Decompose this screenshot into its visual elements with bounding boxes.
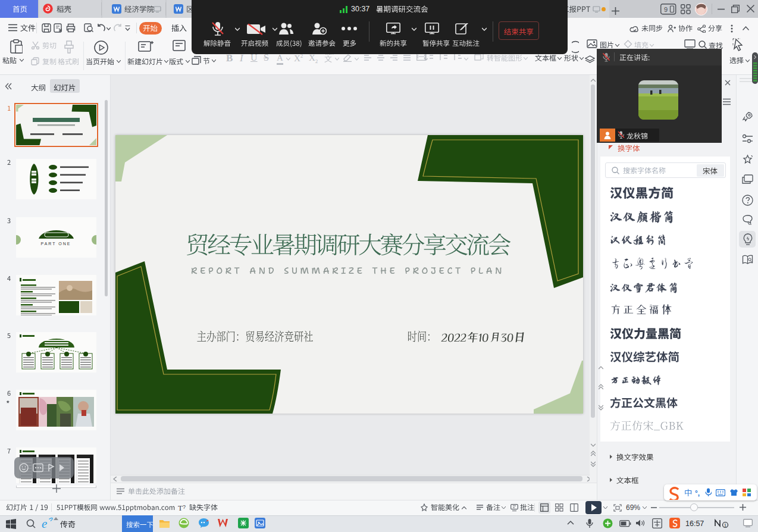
svg-text:9: 9 xyxy=(664,6,668,13)
svg-text:T: T xyxy=(178,503,183,512)
svg-text:PART ONE: PART ONE xyxy=(40,242,71,246)
svg-text:1: 1 xyxy=(724,522,727,528)
svg-text:e: e xyxy=(42,517,47,530)
svg-text:?: ? xyxy=(183,504,186,510)
